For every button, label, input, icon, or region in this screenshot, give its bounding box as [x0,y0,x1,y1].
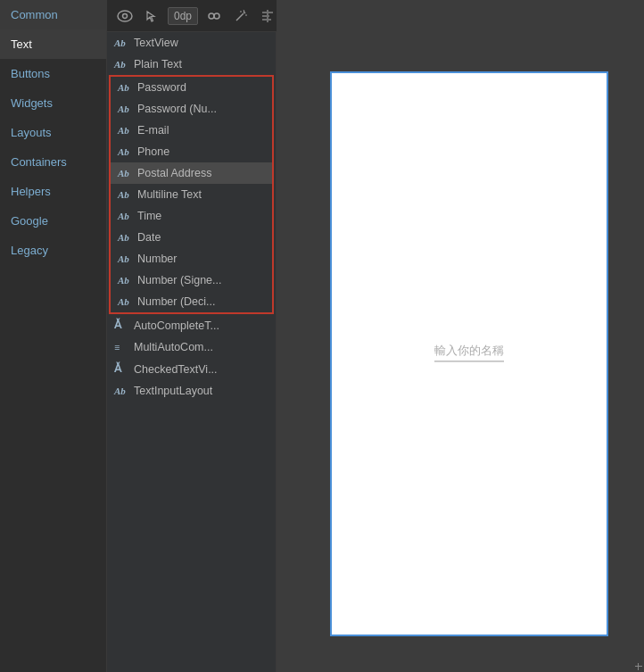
cursor-icon[interactable] [141,5,162,27]
multiline-icon: Ab [118,189,134,200]
visibility-icon[interactable] [114,5,136,27]
resize-handle[interactable] [633,661,642,670]
sidebar-item-common[interactable]: Common [0,0,106,29]
align-icon[interactable] [257,5,278,27]
component-multiauto[interactable]: ≡ MultiAutoCom... [107,336,276,358]
component-number-signed-label: Number (Signe... [137,274,221,286]
component-textinputlayout-label: TextInputLayout [134,385,212,397]
textinputlayout-icon: Ab [114,386,130,396]
component-number-signed[interactable]: Ab Number (Signe... [111,270,272,291]
svg-point-0 [118,11,132,21]
component-textview[interactable]: Ab TextView [107,32,276,54]
component-number-label: Number [137,253,177,265]
component-postal[interactable]: Ab Postal Address [111,162,272,184]
svg-point-2 [209,13,214,19]
multiauto-icon: ≡ [114,342,130,353]
number-decimal-icon: Ab [118,296,134,307]
categories-sidebar: Common Text Buttons Widgets Layouts Cont… [0,0,107,672]
sidebar-item-legacy[interactable]: Legacy [0,236,106,265]
component-password[interactable]: Ab Password [111,77,272,98]
date-icon: Ab [118,232,134,243]
component-checkedtext[interactable]: Ǎ CheckedTextVi... [107,358,276,380]
component-checkedtext-label: CheckedTextVi... [134,363,218,376]
time-icon: Ab [118,211,134,221]
email-icon: Ab [118,125,134,136]
sidebar-item-google[interactable]: Google [0,206,106,236]
component-number-decimal[interactable]: Ab Number (Deci... [111,291,272,312]
component-autocomplete[interactable]: Ǎ AutoCompleteT... [107,314,276,336]
component-autocomplete-label: AutoCompleteT... [134,319,219,332]
number-signed-icon: Ab [118,275,134,286]
main-layout: Common Text Buttons Widgets Layouts Cont… [0,0,644,672]
component-plaintext[interactable]: Ab Plain Text [107,54,276,75]
component-postal-label: Postal Address [137,167,211,179]
component-number[interactable]: Ab Number [111,248,272,270]
postal-icon: Ab [118,168,134,178]
component-textinputlayout[interactable]: Ab TextInputLayout [107,380,276,402]
svg-line-5 [236,13,244,21]
component-time-label: Time [137,210,161,222]
sidebar-item-widgets[interactable]: Widgets [0,88,106,118]
plaintext-icon: Ab [114,59,130,70]
textview-icon: Ab [114,37,130,48]
component-time[interactable]: Ab Time [111,205,272,227]
component-multiauto-label: MultiAutoCom... [134,341,213,353]
component-number-decimal-label: Number (Deci... [137,295,216,308]
component-phone-label: Phone [137,145,169,158]
number-icon: Ab [118,253,134,264]
component-password-numeric-label: Password (Nu... [137,103,217,115]
red-border-group: Ab Password Ab Password (Nu... Ab E-mail… [109,75,274,314]
component-plaintext-label: Plain Text [134,58,182,71]
sidebar-item-text[interactable]: Text [0,29,106,59]
component-phone[interactable]: Ab Phone [111,141,272,162]
components-panel: 0dp [107,0,277,672]
component-multiline[interactable]: Ab Multiline Text [111,184,272,205]
component-textview-label: TextView [134,37,178,49]
component-email-label: E-mail [137,124,169,137]
password-numeric-icon: Ab [118,104,134,114]
svg-point-3 [214,13,219,19]
canvas-area: 輸入你的名稱 [277,0,644,672]
chain-icon[interactable] [203,5,225,27]
component-multiline-label: Multiline Text [137,188,202,201]
component-email[interactable]: Ab E-mail [111,120,272,141]
sidebar-item-helpers[interactable]: Helpers [0,177,106,206]
svg-point-1 [123,13,128,18]
canvas-placeholder-text: 輸入你的名稱 [434,343,504,361]
checkedtext-icon: Ǎ [114,362,130,376]
sidebar-item-containers[interactable]: Containers [0,147,106,177]
component-password-label: Password [137,81,186,94]
sidebar-item-layouts[interactable]: Layouts [0,118,106,147]
magic-wand-icon[interactable] [230,5,252,27]
component-password-numeric[interactable]: Ab Password (Nu... [111,98,272,120]
canvas-phone: 輸入你的名稱 [330,71,608,636]
password-icon: Ab [118,82,134,93]
sidebar-item-buttons[interactable]: Buttons [0,59,106,88]
svg-line-6 [244,12,245,13]
component-date-label: Date [137,231,161,244]
svg-line-9 [244,10,244,12]
component-date[interactable]: Ab Date [111,227,272,248]
dp-badge: 0dp [168,7,198,25]
autocomplete-icon: Ǎ [114,319,130,332]
phone-icon: Ab [118,146,134,157]
